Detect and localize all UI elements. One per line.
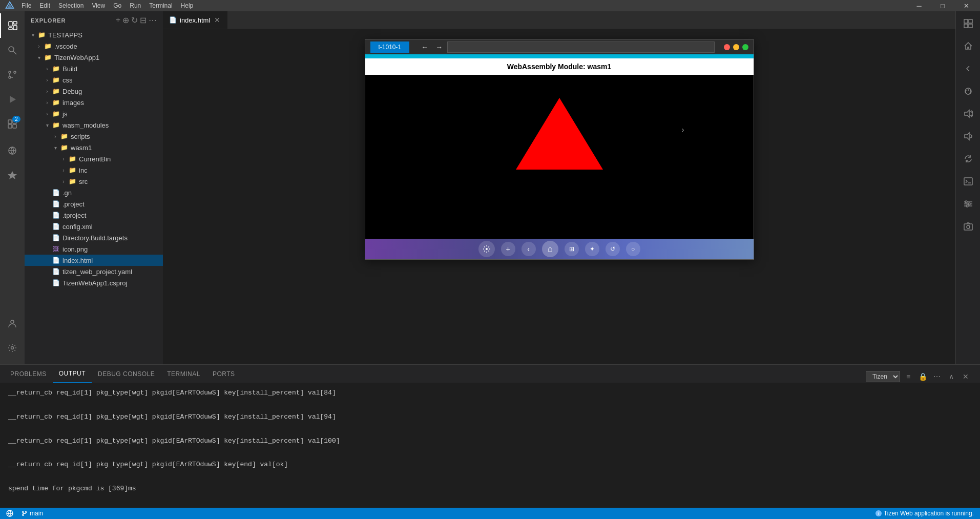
tree-item-project[interactable]: 📄 .project (25, 198, 163, 210)
sim-refresh-btn[interactable]: ↺ (606, 242, 620, 256)
tab-close-button[interactable]: ✕ (213, 16, 221, 24)
activity-explorer[interactable] (0, 13, 25, 38)
tab-output[interactable]: OUTPUT (53, 365, 92, 383)
sim-forward-btn[interactable]: → (433, 41, 445, 53)
right-grid-icon[interactable] (958, 13, 978, 34)
activity-search[interactable] (0, 38, 25, 63)
tab-terminal[interactable]: TERMINAL (161, 365, 206, 383)
tab-debug-console[interactable]: DEBUG CONSOLE (92, 365, 161, 383)
tab-problems[interactable]: PROBLEMS (4, 365, 53, 383)
more-options-icon[interactable]: ⋯ (149, 15, 157, 25)
sim-grid-btn[interactable]: ⊞ (565, 242, 579, 256)
new-folder-icon[interactable]: ⊕ (122, 15, 129, 25)
tab-ports[interactable]: PORTS (206, 365, 241, 383)
activity-remote[interactable] (0, 138, 25, 163)
sim-close-btn[interactable] (724, 44, 730, 50)
menu-edit[interactable]: Edit (35, 0, 54, 11)
sim-back2-btn[interactable]: ○ (626, 242, 640, 256)
right-volume-down-icon[interactable] (958, 126, 978, 147)
activity-account[interactable] (0, 311, 25, 336)
tab-index-html[interactable]: 📄 index.html ✕ (163, 11, 227, 29)
menu-view[interactable]: View (88, 0, 109, 11)
sim-maximize-btn[interactable] (742, 44, 748, 50)
right-power-icon[interactable] (958, 81, 978, 101)
activity-extensions[interactable]: 2 (0, 112, 25, 136)
minimize-button[interactable]: ─ (907, 0, 931, 11)
new-file-icon[interactable]: + (116, 15, 120, 25)
close-button[interactable]: ✕ (954, 0, 978, 11)
tree-item-tizenwebapp1[interactable]: ▾ 📁 TizenWebApp1 (25, 52, 163, 63)
tree-item-debug[interactable]: › 📁 Debug (25, 86, 163, 97)
tree-item-js[interactable]: › 📁 js (25, 108, 163, 119)
tree-item-scripts[interactable]: › 📁 scripts (25, 131, 163, 142)
tree-item-index-html[interactable]: 📄 index.html (25, 255, 163, 266)
simulator-container: t-1010-1 ← → (163, 29, 955, 364)
tree-item-directory-build-targets[interactable]: 📄 Directory.Build.targets (25, 232, 163, 243)
sim-home-btn[interactable]: ⌂ (542, 241, 558, 257)
right-rotate-icon[interactable] (958, 149, 978, 169)
tree-item-wasm1[interactable]: ▾ 📁 wasm1 (25, 142, 163, 153)
right-screenshot-icon[interactable] (958, 216, 978, 237)
tree-item-tproject[interactable]: 📄 .tproject (25, 210, 163, 221)
tree-item-wasm-modules[interactable]: ▾ 📁 wasm_modules (25, 119, 163, 131)
panel-more-icon[interactable]: ⋯ (931, 370, 943, 383)
status-tizen-running[interactable]: i Tizen Web application is running. (873, 510, 976, 517)
svg-point-38 (26, 511, 27, 513)
status-branch[interactable]: main (19, 510, 45, 517)
right-volume-up-icon[interactable] (958, 103, 978, 124)
sim-address-bar[interactable] (447, 41, 714, 53)
tree-item-yaml[interactable]: 📄 tizen_web_project.yaml (25, 266, 163, 277)
activity-debug[interactable] (0, 87, 25, 112)
activity-settings[interactable] (0, 336, 25, 360)
sim-back-btn[interactable]: ← (419, 41, 431, 53)
sim-bottom-bar: + ‹ ⌂ ⊞ ✦ ↺ ○ (365, 239, 754, 259)
tree-item-src[interactable]: › 📁 src (25, 176, 163, 187)
tree-item-css[interactable]: › 📁 css (25, 74, 163, 86)
refresh-icon[interactable]: ↻ (131, 15, 138, 25)
tree-item-icon-png[interactable]: 🖼 icon.png (25, 243, 163, 255)
tree-item-config[interactable]: 📄 config.xml (25, 221, 163, 232)
file-icon: 📄 (51, 200, 60, 207)
right-back-icon[interactable] (958, 58, 978, 79)
menu-terminal[interactable]: Terminal (145, 0, 176, 11)
sim-minimize-btn[interactable] (733, 44, 739, 50)
chevron-icon: › (35, 44, 43, 49)
tree-item-testapps[interactable]: ▾ 📁 TESTAPPS (25, 29, 163, 40)
tree-item-csproj[interactable]: 📄 TizenWebApp1.csproj (25, 277, 163, 288)
activity-source-control[interactable] (0, 63, 25, 87)
status-remote[interactable] (4, 510, 15, 517)
menu-help[interactable]: Help (177, 0, 198, 11)
right-panel (955, 11, 980, 364)
tree-item-gn[interactable]: 📄 .gn (25, 187, 163, 198)
right-home-icon[interactable] (958, 36, 978, 56)
tree-item-vscode[interactable]: › 📁 .vscode (25, 40, 163, 52)
panel-lock-icon[interactable]: 🔒 (916, 370, 929, 383)
tree-item-build[interactable]: › 📁 Build (25, 63, 163, 74)
log-line-4 (8, 423, 972, 434)
tree-item-inc[interactable]: › 📁 inc (25, 164, 163, 176)
sim-add-btn[interactable]: + (501, 242, 515, 256)
menu-go[interactable]: Go (109, 0, 126, 11)
maximize-button[interactable]: □ (931, 0, 954, 11)
tree-item-currentbin[interactable]: › 📁 CurrentBin (25, 153, 163, 164)
tree-label: js (62, 110, 163, 118)
tree-item-images[interactable]: › 📁 images (25, 97, 163, 108)
panel-lines-icon[interactable]: ≡ (902, 370, 914, 383)
collapse-icon[interactable]: ⊟ (140, 15, 147, 25)
panel-maximize-icon[interactable]: ∧ (945, 370, 957, 383)
right-sliders-icon[interactable] (958, 194, 978, 214)
right-terminal-icon[interactable] (958, 171, 978, 192)
output-dropdown[interactable]: Tizen (866, 371, 900, 382)
cursor-indicator: › (682, 126, 684, 134)
sim-tab-active[interactable]: t-1010-1 (370, 41, 410, 53)
remote-icon (6, 510, 13, 517)
menu-file[interactable]: File (17, 0, 35, 11)
menu-selection[interactable]: Selection (54, 0, 88, 11)
sim-settings-btn[interactable] (478, 241, 495, 257)
menu-run[interactable]: Run (126, 0, 145, 11)
activity-tizen[interactable] (0, 163, 25, 188)
panel-close-icon[interactable]: ✕ (960, 370, 972, 383)
sim-star-btn[interactable]: ✦ (585, 242, 599, 256)
sim-prev-btn[interactable]: ‹ (522, 242, 536, 256)
status-bar: main i Tizen Web application is running. (0, 508, 980, 519)
